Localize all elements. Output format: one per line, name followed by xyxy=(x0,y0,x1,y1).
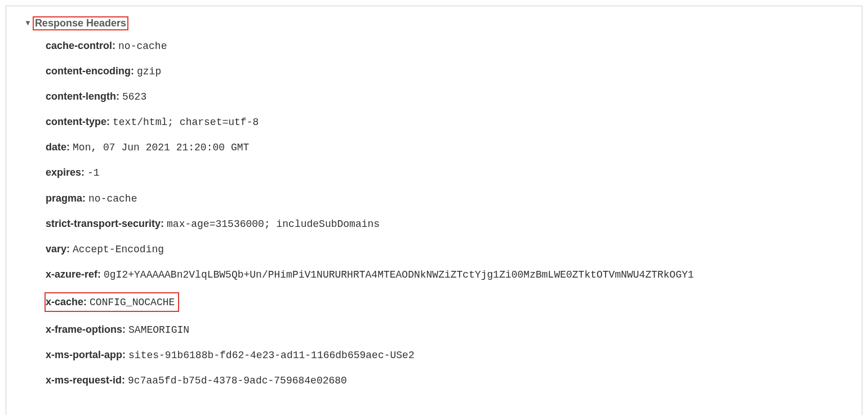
header-value: 5623 xyxy=(122,91,146,102)
header-row-x-frame-options: x-frame-options: SAMEORIGIN xyxy=(46,322,849,337)
header-value: gzip xyxy=(137,66,161,77)
header-row-x-ms-request-id: x-ms-request-id: 9c7aa5fd-b75d-4378-9adc… xyxy=(46,373,849,388)
header-row-pragma: pragma: no-cache xyxy=(46,191,849,206)
header-name: x-azure-ref: xyxy=(46,269,101,280)
header-row-strict-transport-security: strict-transport-security: max-age=31536… xyxy=(46,216,849,231)
header-value: -1 xyxy=(87,167,100,179)
header-value: SAMEORIGIN xyxy=(128,324,189,336)
headers-list: cache-control: no-cache content-encoding… xyxy=(19,38,849,388)
header-value: sites-91b6188b-fd62-4e23-ad11-1166db659a… xyxy=(128,350,415,361)
header-row-vary: vary: Accept-Encoding xyxy=(46,242,849,257)
header-value: Mon, 07 Jun 2021 21:20:00 GMT xyxy=(73,142,249,153)
header-name: x-ms-portal-app: xyxy=(46,349,126,360)
header-value: max-age=31536000; includeSubDomains xyxy=(167,218,380,230)
header-row-content-type: content-type: text/html; charset=utf-8 xyxy=(46,114,849,130)
header-name: expires: xyxy=(46,167,84,178)
section-header[interactable]: ▼ Response Headers xyxy=(24,16,128,30)
header-name: content-length: xyxy=(46,91,119,102)
header-value: 9c7aa5fd-b75d-4378-9adc-759684e02680 xyxy=(128,375,347,386)
header-row-date: date: Mon, 07 Jun 2021 21:20:00 GMT xyxy=(46,140,849,155)
header-row-expires: expires: -1 xyxy=(46,165,849,180)
header-name: x-ms-request-id: xyxy=(46,374,125,386)
header-name: strict-transport-security: xyxy=(46,218,164,229)
header-value: 0gI2+YAAAAABn2VlqLBW5Qb+Un/PHimPiV1NURUR… xyxy=(104,269,694,280)
disclosure-triangle-icon[interactable]: ▼ xyxy=(24,19,32,27)
header-value: no-cache xyxy=(88,193,137,204)
response-headers-panel: ▼ Response Headers cache-control: no-cac… xyxy=(6,6,862,415)
section-title: Response Headers xyxy=(34,17,127,29)
header-name: content-type: xyxy=(46,116,110,127)
header-row-content-length: content-length: 5623 xyxy=(46,89,849,104)
header-name: pragma: xyxy=(46,193,86,204)
header-name: content-encoding: xyxy=(46,65,134,77)
header-row-content-encoding: content-encoding: gzip xyxy=(46,64,849,79)
header-value: CONFIG_NOCACHE xyxy=(90,297,175,308)
header-name: date: xyxy=(46,141,70,153)
header-name: vary: xyxy=(46,243,70,255)
header-value: text/html; charset=utf-8 xyxy=(113,117,259,128)
header-name: cache-control: xyxy=(46,40,115,51)
header-name: x-cache: xyxy=(46,296,87,307)
header-row-x-cache: x-cache: CONFIG_NOCACHE xyxy=(46,292,849,312)
header-value: Accept-Encoding xyxy=(73,244,164,255)
header-row-cache-control: cache-control: no-cache xyxy=(46,38,849,53)
header-name: x-frame-options: xyxy=(46,324,126,335)
header-value: no-cache xyxy=(118,41,167,52)
header-row-x-ms-portal-app: x-ms-portal-app: sites-91b6188b-fd62-4e2… xyxy=(46,347,849,363)
header-row-x-azure-ref: x-azure-ref: 0gI2+YAAAAABn2VlqLBW5Qb+Un/… xyxy=(46,267,849,282)
